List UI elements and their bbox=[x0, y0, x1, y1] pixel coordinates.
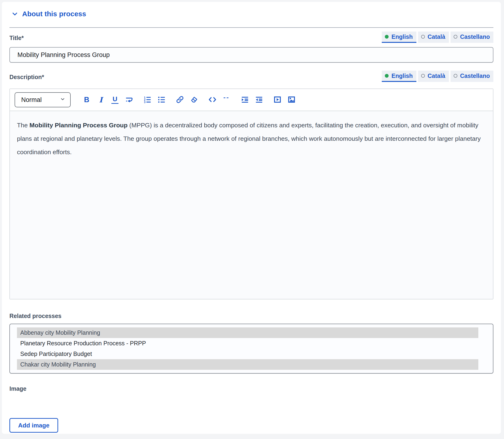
language-radio-icon bbox=[454, 74, 457, 78]
related-process-option-label: Chakar city Mobility Planning bbox=[20, 361, 96, 368]
bold-icon: B bbox=[84, 96, 89, 104]
section-title: About this process bbox=[22, 10, 86, 18]
section-divider bbox=[9, 27, 493, 28]
language-radio-icon bbox=[454, 35, 457, 39]
language-tab[interactable]: Català bbox=[418, 32, 449, 43]
add-image-button[interactable]: Add image bbox=[9, 418, 58, 433]
language-tab-label: English bbox=[391, 33, 413, 40]
title-input[interactable] bbox=[9, 47, 493, 63]
bullet-list-icon bbox=[157, 95, 166, 105]
outdent-button[interactable] bbox=[253, 94, 265, 105]
language-tab[interactable]: English bbox=[382, 71, 416, 82]
language-radio-icon bbox=[385, 35, 389, 39]
language-radio-icon bbox=[421, 74, 425, 78]
code-icon bbox=[208, 95, 217, 105]
related-process-option-label: Sedep Participatory Budget bbox=[20, 351, 92, 357]
chevron-down-icon bbox=[11, 10, 18, 17]
eraser-icon bbox=[190, 95, 198, 105]
language-radio-icon bbox=[421, 35, 425, 39]
description-label: Description* bbox=[9, 74, 44, 82]
section-toggle[interactable]: About this process bbox=[11, 10, 86, 18]
svg-text:3: 3 bbox=[144, 100, 146, 103]
editor-toolbar: Normal B I U bbox=[10, 89, 493, 111]
description-language-tabs: English Català Castellano bbox=[382, 71, 493, 82]
description-text: The bbox=[17, 122, 29, 129]
language-radio-icon bbox=[385, 74, 389, 78]
indent-button[interactable] bbox=[239, 94, 251, 105]
language-tab-label: Castellano bbox=[460, 72, 490, 80]
language-tab-label: Català bbox=[428, 33, 445, 40]
ordered-list-button[interactable]: 1 2 3 bbox=[141, 94, 153, 105]
description-editor-content[interactable]: The Mobility Planning Process Group (MPP… bbox=[10, 111, 493, 299]
title-field-header: Title* English Català Castellano bbox=[9, 32, 493, 43]
outdent-icon bbox=[255, 95, 264, 105]
description-field-header: Description* English Català Castellano bbox=[9, 71, 493, 82]
related-process-option-label: Abbenay city Mobility Planning bbox=[20, 329, 100, 336]
language-tab-label: Català bbox=[428, 72, 445, 80]
chevron-down-icon bbox=[60, 96, 65, 104]
language-tab-label: English bbox=[391, 72, 413, 80]
description-bold-text: Mobility Planning Process Group bbox=[29, 122, 128, 129]
bold-button[interactable]: B bbox=[81, 94, 93, 105]
video-icon bbox=[273, 95, 282, 105]
language-tab[interactable]: English bbox=[382, 32, 416, 43]
blockquote-icon: “ bbox=[223, 98, 230, 105]
language-tab[interactable]: Català bbox=[418, 71, 449, 82]
related-process-option[interactable]: Sedep Participatory Budget bbox=[17, 349, 478, 359]
language-tab-label: Castellano bbox=[460, 33, 490, 40]
italic-button[interactable]: I bbox=[95, 94, 107, 105]
line-break-button[interactable] bbox=[123, 94, 135, 105]
bullet-list-button[interactable] bbox=[155, 94, 168, 105]
related-process-option[interactable]: Abbenay city Mobility Planning bbox=[17, 328, 478, 338]
link-button[interactable] bbox=[174, 94, 186, 105]
image-icon bbox=[287, 95, 296, 105]
rich-text-editor: Normal B I U bbox=[9, 88, 493, 299]
related-process-option[interactable]: Chakar city Mobility Planning bbox=[17, 359, 478, 370]
clear-format-button[interactable] bbox=[188, 94, 200, 105]
language-tab[interactable]: Castellano bbox=[451, 32, 493, 43]
ordered-list-icon: 1 2 3 bbox=[143, 95, 152, 105]
image-button[interactable] bbox=[285, 94, 298, 105]
line-break-icon bbox=[125, 95, 133, 105]
related-processes-multiselect[interactable]: Abbenay city Mobility Planning Planetary… bbox=[9, 324, 493, 374]
link-icon bbox=[176, 95, 184, 105]
code-button[interactable] bbox=[206, 94, 219, 105]
title-label: Title* bbox=[9, 35, 24, 43]
format-dropdown-value: Normal bbox=[21, 96, 42, 104]
related-process-option[interactable]: Planetary Resource Production Process - … bbox=[17, 338, 478, 349]
underline-icon: U bbox=[111, 96, 118, 104]
language-tab[interactable]: Castellano bbox=[451, 71, 493, 82]
italic-icon: I bbox=[99, 96, 103, 104]
related-processes-label: Related processes bbox=[9, 313, 493, 321]
underline-button[interactable]: U bbox=[109, 94, 121, 105]
indent-icon bbox=[240, 95, 249, 105]
related-process-option-label: Planetary Resource Production Process - … bbox=[20, 340, 146, 347]
image-label: Image bbox=[9, 385, 493, 394]
about-process-panel: About this process Title* English Català… bbox=[2, 2, 501, 434]
format-dropdown[interactable]: Normal bbox=[15, 92, 71, 107]
title-language-tabs: English Català Castellano bbox=[382, 32, 493, 43]
video-button[interactable] bbox=[271, 94, 284, 105]
blockquote-button[interactable]: “ bbox=[220, 94, 233, 105]
